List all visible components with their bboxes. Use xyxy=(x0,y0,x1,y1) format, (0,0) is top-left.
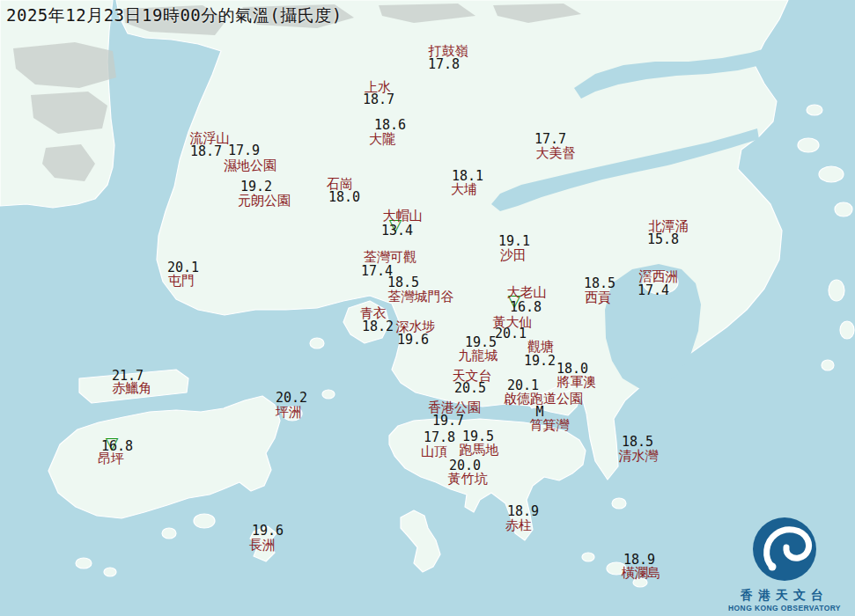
station-temp: 20.2 xyxy=(276,392,307,405)
station-name: 香港公園 xyxy=(428,400,481,414)
station-name: 大隴 xyxy=(369,132,395,145)
station-temp: 18.0 xyxy=(328,191,360,204)
station-name: 流浮山 xyxy=(190,131,230,144)
station-name: 荃灣城門谷 xyxy=(388,290,454,303)
station-temp: 17.8 xyxy=(428,58,460,71)
station-name: 大老山 xyxy=(507,285,547,298)
station-name: 沙田 xyxy=(500,248,527,261)
station-name: 黃竹坑 xyxy=(448,472,488,485)
station-name: 大美督 xyxy=(536,146,576,159)
station-name: 清水灣 xyxy=(619,449,659,462)
hko-logo-text-cn: 香港天文台 xyxy=(727,588,842,604)
station-temp: 19.6 xyxy=(397,334,429,347)
station-temp: 20.1 xyxy=(507,379,539,392)
station-temp: 19.2 xyxy=(524,355,556,368)
hko-logo: 香港天文台 HONG KONG OBSERVATORY xyxy=(727,516,842,612)
hko-logo-icon xyxy=(751,516,818,583)
station-name: 濕地公園 xyxy=(224,158,276,172)
station-temp: 17.4 xyxy=(638,284,669,297)
station-name: 西貢 xyxy=(585,290,611,304)
station-name: 赤柱 xyxy=(505,518,532,532)
station-temp: 18.6 xyxy=(374,119,406,132)
station-temp: 18.1 xyxy=(452,170,483,183)
station-temp: 18.9 xyxy=(507,505,539,518)
station-name: 滘西洲 xyxy=(639,269,679,282)
station-name: 荃灣可觀 xyxy=(364,250,416,263)
station-temp: 19.5 xyxy=(465,336,497,349)
station-name: 觀塘 xyxy=(527,340,554,353)
station-name: 啟德跑道公園 xyxy=(504,392,583,405)
station-name: 打鼓嶺 xyxy=(429,44,468,57)
station-name: 大帽山 xyxy=(383,209,423,222)
station-name: 北潭涌 xyxy=(649,219,689,232)
station-temp: M xyxy=(535,406,543,419)
station-name: 橫瀾島 xyxy=(622,566,661,579)
station-temp: 19.7 xyxy=(432,414,464,428)
station-temp: 18.9 xyxy=(623,554,655,567)
station-temp: 20.1 xyxy=(167,261,199,275)
station-name: 屯門 xyxy=(168,274,195,287)
station-name: 筲箕灣 xyxy=(530,418,570,431)
station-temp: 20.0 xyxy=(449,459,481,473)
station-name: 坪洲 xyxy=(276,405,302,418)
station-name: 青衣 xyxy=(360,306,387,319)
station-temp: 18.7 xyxy=(190,145,222,158)
station-temp: 16.8 xyxy=(510,301,542,314)
station-temp: 18.5 xyxy=(584,277,615,290)
station-name: 石崗 xyxy=(327,177,353,190)
station-name: 長洲 xyxy=(249,538,276,551)
station-temp: 19.6 xyxy=(252,524,284,538)
station-temp: 16.8 xyxy=(101,440,133,453)
station-temp: 18.7 xyxy=(363,93,394,106)
station-temp: 21.7 xyxy=(112,370,144,383)
station-temp: 17.7 xyxy=(534,133,566,146)
station-name: 深水埗 xyxy=(396,319,436,333)
temperature-map-page: ▽▽▽打鼓嶺17.8上水18.7大隴18.6流浮山18.7濕地公園17.9大美督… xyxy=(0,0,855,616)
station-temp: 15.8 xyxy=(647,233,679,246)
station-temp: 19.1 xyxy=(498,235,530,248)
map-title: 2025年12月23日19時00分的氣溫(攝氏度) xyxy=(6,4,343,27)
station-temp: 17.9 xyxy=(228,144,260,158)
station-temp: 19.5 xyxy=(462,430,494,444)
station-temp: 13.4 xyxy=(381,224,413,238)
station-temp: 20.5 xyxy=(454,382,486,395)
station-temp: 18.5 xyxy=(387,276,419,290)
station-temp: 17.8 xyxy=(424,431,455,444)
station-name: 元朗公園 xyxy=(238,194,291,207)
station-name: 將軍澳 xyxy=(557,375,597,388)
station-temp: 18.0 xyxy=(556,363,588,376)
station-temp: 18.5 xyxy=(622,436,653,449)
station-name: 九龍城 xyxy=(459,348,498,362)
station-name: 跑馬地 xyxy=(460,443,499,456)
station-temp: 19.2 xyxy=(240,180,272,194)
station-temp: 20.1 xyxy=(495,327,527,341)
hko-logo-text-en: HONG KONG OBSERVATORY xyxy=(727,604,842,612)
station-name: 山頂 xyxy=(421,444,447,458)
station-name: 大埔 xyxy=(451,182,477,195)
station-temp: 18.2 xyxy=(362,320,394,334)
